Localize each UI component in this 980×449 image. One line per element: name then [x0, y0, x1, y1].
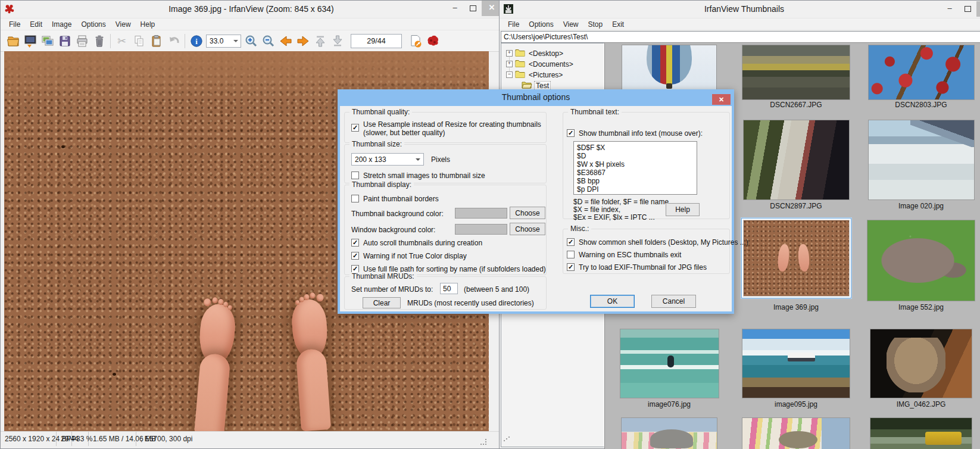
paste-icon[interactable]	[148, 33, 165, 49]
thumb-bg-choose-button[interactable]: Choose	[510, 207, 545, 219]
thumbnail-img-0462-jpg[interactable]	[870, 329, 972, 398]
copy-icon[interactable]	[130, 33, 148, 49]
paint-borders-checkbox[interactable]	[351, 195, 359, 202]
menu-item-options[interactable]: Options	[524, 20, 558, 29]
thumbnail-filename: IMG_0462.JPG	[859, 400, 980, 409]
thumbnail-dscn2667-jpg[interactable]	[742, 45, 850, 99]
next-image-icon[interactable]	[294, 33, 311, 49]
thumbnails-minimize-button[interactable]: –	[941, 1, 959, 17]
info-text-template-textarea[interactable]: $D$F $X $D $W x $H pixels $E36867 $B bpp…	[573, 141, 697, 195]
save-icon[interactable]	[56, 33, 73, 49]
menu-item-help[interactable]: Help	[136, 20, 160, 29]
status-filesize: 1.65 MB / 14.06 MB	[89, 432, 136, 446]
menu-item-edit[interactable]: Edit	[25, 20, 47, 29]
show-info-text-checkbox[interactable]	[567, 129, 575, 137]
thumbnail-cat-chair[interactable]	[622, 418, 717, 449]
tree-item-pictures[interactable]: −<Pictures>	[506, 70, 564, 80]
thumbnail-dscn2803-jpg[interactable]	[869, 45, 974, 99]
screen: Image 369.jpg - IrfanView (Zoom: 845 x 6…	[0, 0, 980, 449]
print-icon[interactable]	[73, 33, 90, 49]
info-icon[interactable]: i	[188, 33, 205, 49]
thumbnail-image076-jpg[interactable]	[620, 329, 719, 398]
zoom-out-icon[interactable]	[260, 33, 277, 49]
menu-item-view[interactable]: View	[558, 20, 583, 29]
thumbnail-image-369-jpg[interactable]	[744, 220, 849, 296]
expand-icon[interactable]: +	[506, 50, 513, 57]
ok-button[interactable]: OK	[590, 295, 635, 308]
thumbnail-image-020-jpg[interactable]	[869, 120, 974, 199]
svg-text:i: i	[195, 37, 198, 45]
window-bg-choose-button[interactable]: Choose	[510, 223, 545, 235]
previous-image-icon[interactable]	[277, 33, 294, 49]
resample-checkbox[interactable]	[351, 124, 359, 132]
viewer-maximize-button[interactable]	[464, 1, 482, 16]
tree-item-documents[interactable]: +<Documents>	[506, 59, 575, 69]
last-image-icon[interactable]	[329, 33, 346, 49]
thumbnails-icon[interactable]	[39, 33, 56, 49]
menu-item-file[interactable]: File	[4, 20, 25, 29]
menu-item-exit[interactable]: Exit	[607, 20, 629, 29]
stretch-small-checkbox[interactable]	[351, 172, 359, 179]
group-misc: Misc.: Show common shell folders (Deskto…	[563, 229, 730, 274]
true-color-warning-checkbox[interactable]	[351, 252, 359, 260]
esc-warning-checkbox[interactable]	[567, 251, 575, 258]
viewer-titlebar[interactable]: Image 369.jpg - IrfanView (Zoom: 845 x 6…	[1, 1, 502, 18]
first-image-icon[interactable]	[311, 33, 329, 49]
auto-scroll-checkbox[interactable]	[351, 239, 359, 247]
zoom-combobox[interactable]: 33.0	[206, 35, 241, 48]
cut-icon[interactable]: ✂	[113, 33, 130, 49]
viewer-resize-grip[interactable]	[480, 439, 486, 445]
viewer-minimize-button[interactable]: –	[446, 1, 464, 16]
thumbnail-image095-jpg[interactable]	[742, 329, 850, 398]
zoom-combo-arrow-icon[interactable]	[233, 40, 238, 42]
thumbnail-filename: Image 369.jpg	[734, 303, 859, 311]
group-thumbnail-display: Thumbnail display: Paint thumbnail borde…	[344, 185, 547, 275]
thumbnail-forest-truck[interactable]	[870, 418, 972, 449]
folder-icon	[515, 70, 525, 80]
open-folder-icon[interactable]	[4, 33, 21, 49]
pathbar: C:\Users\joe\Pictures\Test\	[501, 31, 980, 43]
expand-icon[interactable]: +	[506, 61, 513, 67]
thumbnail-filename: DSCN2897.JPG	[734, 202, 859, 210]
stretch-small-label: Stretch small images to thumbnail size	[363, 172, 485, 180]
thumbnails-titlebar[interactable]: IrfanView Thumbnails – ✕	[500, 1, 980, 18]
page-counter-field[interactable]: 29/44	[351, 34, 402, 48]
tree-resize-grip[interactable]	[504, 436, 510, 442]
zoom-in-icon[interactable]	[242, 33, 260, 49]
group-thumbnail-mruds: Thumbnail MRUDs: Set number of MRUDs to:…	[344, 276, 547, 310]
path-field[interactable]: C:\Users\joe\Pictures\Test\	[501, 31, 980, 43]
red-paint-tool-icon[interactable]	[424, 33, 441, 49]
thumbnails-close-button[interactable]: ✕	[976, 1, 980, 17]
dialog-close-icon[interactable]: ✕	[712, 94, 731, 105]
thumbnail-cat-towel[interactable]	[742, 418, 850, 449]
thumbnail-image-552-jpg[interactable]	[867, 220, 975, 301]
mruds-clear-button[interactable]: Clear	[363, 297, 401, 308]
menu-item-file[interactable]: File	[503, 20, 524, 29]
menu-item-image[interactable]: Image	[47, 20, 76, 29]
slideshow-icon[interactable]	[21, 33, 39, 49]
exif-thumbnail-checkbox[interactable]	[567, 263, 575, 271]
selected-thumbnail-frame[interactable]	[741, 218, 851, 298]
cancel-button[interactable]: Cancel	[651, 295, 696, 308]
dropdown-arrow-icon[interactable]	[416, 158, 420, 161]
help-button[interactable]: Help	[666, 203, 700, 216]
mruds-count-input[interactable]: 50	[440, 283, 458, 294]
group-thumbnail-quality: Thumbnail quality: Use Resample instead …	[344, 112, 547, 143]
delete-icon[interactable]	[90, 33, 108, 49]
shell-folders-checkbox[interactable]	[567, 238, 575, 246]
thumbnail-balloon[interactable]	[622, 45, 716, 91]
menu-item-view[interactable]: View	[111, 20, 136, 29]
thumbnail-filename: Image 552.jpg	[859, 303, 980, 311]
resample-label-line1: Use Resample instead of Resize for creat…	[363, 120, 541, 129]
menu-item-stop[interactable]: Stop	[583, 20, 608, 29]
properties-icon[interactable]	[407, 33, 424, 49]
menu-item-options[interactable]: Options	[76, 20, 110, 29]
tree-item-desktop[interactable]: +<Desktop>	[506, 48, 564, 58]
status-zoom: 33 %	[72, 432, 89, 446]
collapse-icon[interactable]: −	[506, 71, 513, 78]
thumbnail-filename: Image 020.jpg	[859, 202, 980, 210]
thumbnail-size-dropdown[interactable]: 200 x 133	[351, 153, 424, 166]
undo-icon[interactable]	[165, 33, 182, 49]
thumbnails-maximize-button[interactable]	[959, 1, 976, 17]
thumbnail-dscn2897-jpg[interactable]	[744, 120, 849, 199]
